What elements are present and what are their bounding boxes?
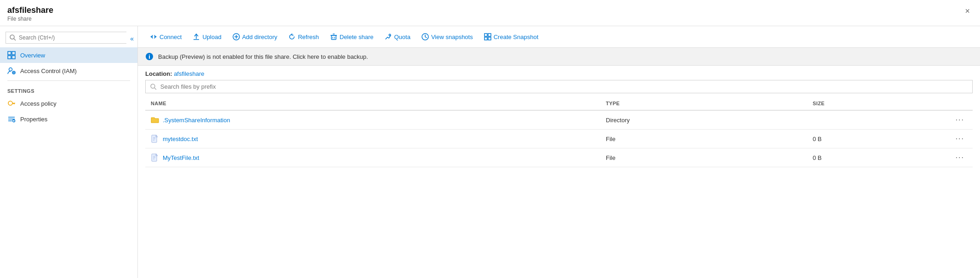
delete-icon bbox=[330, 33, 337, 40]
table-header: NAME TYPE SIZE bbox=[145, 97, 973, 110]
properties-icon bbox=[7, 115, 16, 123]
delete-share-label: Delete share bbox=[340, 34, 374, 40]
col-header-size: SIZE bbox=[807, 97, 931, 110]
connect-label: Connect bbox=[160, 34, 182, 40]
refresh-button[interactable]: Refresh bbox=[284, 31, 324, 43]
location-bar: Location: afsfileshare bbox=[138, 66, 980, 80]
view-snapshots-icon bbox=[422, 33, 429, 40]
connect-icon bbox=[150, 33, 157, 40]
location-label: Location: bbox=[145, 70, 172, 77]
main-layout: « Overview Access Control (IAM) Setti bbox=[0, 26, 980, 278]
view-snapshots-label: View snapshots bbox=[431, 34, 473, 40]
more-actions-button[interactable]: ··· bbox=[953, 134, 967, 144]
svg-rect-2 bbox=[8, 51, 11, 55]
title-bar: afsfileshare File share × bbox=[0, 0, 980, 26]
add-directory-button[interactable]: Add directory bbox=[228, 31, 282, 43]
table-row: mytestdoc.txt File 0 B ··· bbox=[145, 130, 973, 148]
quota-label: Quota bbox=[394, 34, 410, 40]
svg-point-39 bbox=[151, 84, 155, 88]
svg-line-1 bbox=[14, 39, 16, 40]
upload-icon bbox=[193, 33, 200, 40]
content-area: Connect Upload Add directory bbox=[138, 26, 980, 278]
col-header-actions bbox=[931, 97, 973, 110]
sidebar-item-label-properties: Properties bbox=[20, 116, 47, 123]
window-subtitle: File share bbox=[7, 16, 53, 22]
sidebar-item-label-access-policy: Access policy bbox=[20, 100, 57, 107]
cell-type: File bbox=[600, 130, 807, 148]
svg-rect-34 bbox=[484, 37, 487, 40]
svg-rect-35 bbox=[488, 37, 491, 40]
sidebar-search-input[interactable] bbox=[19, 34, 123, 41]
more-actions-button[interactable]: ··· bbox=[953, 153, 967, 163]
upload-label: Upload bbox=[202, 34, 221, 40]
cell-actions: ··· bbox=[931, 130, 973, 148]
svg-point-6 bbox=[9, 68, 12, 71]
key-icon bbox=[7, 99, 16, 108]
delete-share-button[interactable]: Delete share bbox=[325, 31, 378, 43]
view-snapshots-button[interactable]: View snapshots bbox=[417, 31, 478, 43]
svg-rect-4 bbox=[8, 56, 11, 59]
col-header-name: NAME bbox=[145, 97, 600, 110]
file-name-text[interactable]: mytestdoc.txt bbox=[163, 136, 198, 142]
sidebar-search-box bbox=[6, 32, 126, 44]
file-table: NAME TYPE SIZE .SystemShareInformation bbox=[145, 97, 973, 167]
quota-icon bbox=[384, 33, 392, 40]
table-scroll: NAME TYPE SIZE .SystemShareInformation bbox=[145, 97, 973, 278]
connect-button[interactable]: Connect bbox=[145, 31, 186, 43]
svg-rect-3 bbox=[12, 51, 15, 55]
settings-divider bbox=[7, 80, 130, 81]
sidebar: « Overview Access Control (IAM) Setti bbox=[0, 26, 138, 278]
svg-rect-5 bbox=[12, 56, 15, 59]
file-name-text[interactable]: MyTestFile.txt bbox=[163, 154, 199, 161]
sidebar-item-overview[interactable]: Overview bbox=[0, 47, 137, 63]
quota-button[interactable]: Quota bbox=[380, 31, 415, 43]
sidebar-item-properties[interactable]: Properties bbox=[0, 111, 137, 127]
iam-icon bbox=[7, 67, 16, 75]
more-actions-button[interactable]: ··· bbox=[953, 115, 967, 125]
table-row: MyTestFile.txt File 0 B ··· bbox=[145, 148, 973, 167]
refresh-label: Refresh bbox=[298, 34, 319, 40]
sidebar-item-label-iam: Access Control (IAM) bbox=[20, 68, 77, 74]
file-icon bbox=[151, 153, 159, 162]
cell-actions: ··· bbox=[931, 110, 973, 130]
close-button[interactable]: × bbox=[962, 6, 973, 17]
file-area: NAME TYPE SIZE .SystemShareInformation bbox=[138, 80, 980, 278]
search-icon bbox=[10, 34, 16, 41]
cell-actions: ··· bbox=[931, 148, 973, 167]
sidebar-item-iam[interactable]: Access Control (IAM) bbox=[0, 63, 137, 79]
overview-icon bbox=[7, 51, 16, 59]
svg-line-40 bbox=[154, 87, 156, 89]
sidebar-item-access-policy[interactable]: Access policy bbox=[0, 96, 137, 111]
cell-size bbox=[807, 110, 931, 130]
toolbar: Connect Upload Add directory bbox=[138, 26, 980, 48]
cell-size: 0 B bbox=[807, 148, 931, 167]
title-bar-left: afsfileshare File share bbox=[7, 6, 53, 22]
svg-point-0 bbox=[10, 35, 14, 39]
svg-point-10 bbox=[8, 101, 12, 105]
info-icon bbox=[145, 52, 154, 61]
cell-name: .SystemShareInformation bbox=[145, 110, 600, 130]
file-search-input[interactable] bbox=[160, 83, 968, 90]
settings-header: Settings bbox=[0, 83, 137, 96]
cell-name: MyTestFile.txt bbox=[145, 148, 600, 167]
backup-banner[interactable]: Backup (Preview) is not enabled for this… bbox=[138, 48, 980, 66]
svg-rect-23 bbox=[331, 35, 336, 40]
add-directory-icon bbox=[233, 33, 240, 40]
location-link[interactable]: afsfileshare bbox=[174, 70, 204, 77]
window-title: afsfileshare bbox=[7, 6, 53, 15]
col-header-type: TYPE bbox=[600, 97, 807, 110]
svg-point-17 bbox=[13, 120, 15, 122]
create-snapshot-button[interactable]: Create Snapshot bbox=[479, 31, 543, 43]
add-directory-label: Add directory bbox=[242, 34, 278, 40]
table-row: .SystemShareInformation Directory ··· bbox=[145, 110, 973, 130]
create-snapshot-label: Create Snapshot bbox=[494, 34, 539, 40]
cell-type: Directory bbox=[600, 110, 807, 130]
collapse-sidebar-button[interactable]: « bbox=[126, 34, 137, 43]
file-name-text[interactable]: .SystemShareInformation bbox=[163, 117, 230, 124]
cell-name: mytestdoc.txt bbox=[145, 130, 600, 148]
refresh-icon bbox=[288, 33, 296, 40]
banner-text: Backup (Preview) is not enabled for this… bbox=[158, 53, 368, 60]
upload-button[interactable]: Upload bbox=[188, 31, 226, 43]
file-search-box bbox=[145, 80, 973, 93]
table-body: .SystemShareInformation Directory ··· my… bbox=[145, 110, 973, 167]
